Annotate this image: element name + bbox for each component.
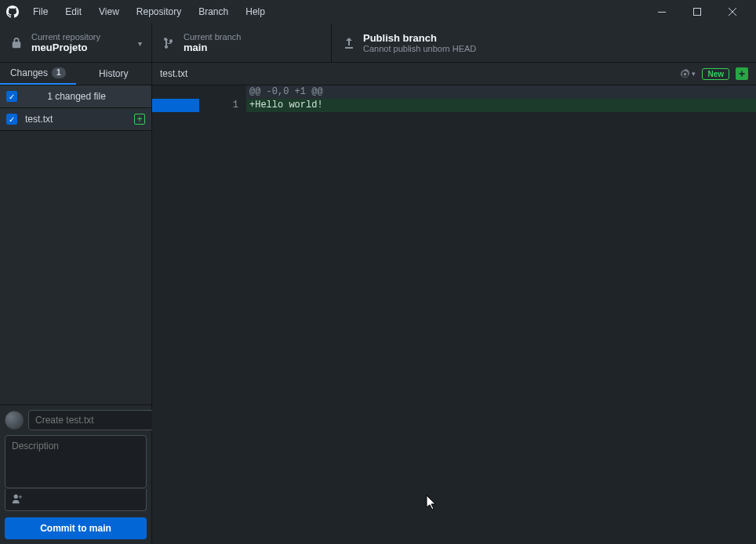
minimize-icon	[658, 12, 666, 13]
diff-hunk-header: @@ -0,0 +1 @@	[152, 85, 756, 99]
minimize-button[interactable]	[644, 0, 679, 24]
commit-form: Commit to main	[0, 404, 151, 544]
menu-edit[interactable]: Edit	[57, 3, 89, 20]
current-branch-dropdown[interactable]: Current branch main	[152, 24, 332, 62]
menu-repository[interactable]: Repository	[129, 3, 189, 20]
diff-line-added[interactable]: 1 +Hello world!	[152, 99, 756, 112]
publish-sublabel: Cannot publish unborn HEAD	[363, 44, 476, 53]
changes-count-badge: 1	[52, 67, 66, 78]
svg-rect-1	[693, 9, 700, 16]
commit-description-input[interactable]	[5, 435, 147, 488]
commit-button[interactable]: Commit to main	[5, 517, 147, 539]
diff-filename: test.txt	[160, 68, 679, 79]
close-icon	[729, 8, 736, 16]
file-name: test.txt	[24, 114, 134, 125]
changed-files-header: ✓ 1 changed file	[0, 85, 151, 108]
file-added-icon: +	[134, 114, 145, 125]
menu-file[interactable]: File	[25, 3, 56, 20]
lock-icon	[11, 38, 24, 49]
tab-history[interactable]: History	[76, 63, 152, 85]
person-add-icon	[12, 495, 23, 506]
svg-rect-0	[658, 12, 666, 13]
window-controls	[644, 0, 750, 24]
branch-label: Current branch	[184, 32, 241, 42]
changed-file-item[interactable]: ✓ test.txt +	[0, 108, 151, 131]
tab-history-label: History	[99, 68, 128, 79]
commit-summary-input[interactable]	[28, 410, 160, 430]
branch-name: main	[184, 42, 241, 53]
menubar: File Edit View Repository Branch Help	[25, 3, 644, 20]
changed-files-count: 1 changed file	[24, 91, 151, 102]
file-added-square-icon: +	[736, 67, 748, 80]
titlebar: File Edit View Repository Branch Help	[0, 0, 756, 24]
publish-label: Publish branch	[363, 32, 476, 44]
menu-view[interactable]: View	[91, 3, 127, 20]
commit-button-prefix: Commit to	[40, 523, 89, 534]
chevron-down-icon: ▾	[692, 70, 696, 78]
repo-label: Current repository	[31, 32, 100, 42]
close-button[interactable]	[714, 0, 750, 24]
file-checkbox[interactable]: ✓	[6, 114, 17, 125]
publish-branch-button[interactable]: Publish branch Cannot publish unborn HEA…	[332, 24, 756, 62]
add-coauthors-button[interactable]	[5, 489, 147, 511]
github-logo-icon	[6, 5, 19, 18]
chevron-down-icon: ▾	[138, 39, 142, 48]
line-content: +Hello world!	[246, 99, 756, 112]
maximize-button[interactable]	[679, 0, 714, 24]
maximize-icon	[693, 8, 701, 16]
menu-branch[interactable]: Branch	[191, 3, 236, 20]
diff-header: test.txt ▾ New +	[152, 63, 756, 85]
commit-button-branch: main	[89, 523, 111, 534]
line-number: 1	[199, 99, 246, 112]
repo-name: meuProjeto	[31, 42, 100, 53]
new-file-badge: New	[702, 68, 729, 80]
menu-help[interactable]: Help	[238, 3, 273, 20]
sidebar-tabs: Changes 1 History	[0, 63, 151, 85]
sidebar: Changes 1 History ✓ 1 changed file ✓ tes…	[0, 63, 152, 544]
diff-settings-button[interactable]: ▾	[679, 68, 696, 80]
upload-icon	[343, 37, 355, 49]
avatar[interactable]	[5, 411, 24, 430]
current-repository-dropdown[interactable]: Current repository meuProjeto ▾	[0, 24, 152, 62]
hunk-text: @@ -0,0 +1 @@	[246, 85, 756, 99]
toolbar: Current repository meuProjeto ▾ Current …	[0, 24, 756, 63]
tab-changes-label: Changes	[10, 67, 48, 78]
git-branch-icon	[163, 37, 176, 49]
diff-body: @@ -0,0 +1 @@ 1 +Hello world!	[152, 85, 756, 112]
select-all-checkbox[interactable]: ✓	[6, 91, 17, 102]
diff-panel: test.txt ▾ New + @@ -0,0 +1 @@ 1 +Hello …	[152, 63, 756, 544]
tab-changes[interactable]: Changes 1	[0, 63, 76, 85]
gear-icon	[679, 68, 691, 80]
